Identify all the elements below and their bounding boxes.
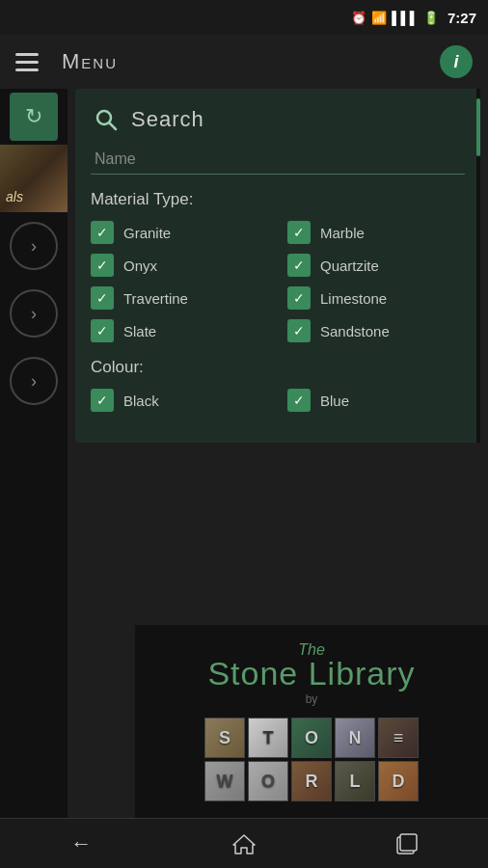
checkbox-granite[interactable]: ✓ Granite xyxy=(91,221,268,244)
sidebar-image-label: als xyxy=(6,189,23,204)
arrow-icon-2: › xyxy=(31,304,37,324)
home-button[interactable] xyxy=(215,827,273,861)
alarm-icon: ⏰ xyxy=(351,11,366,25)
checkbox-quartzite-box[interactable]: ✓ xyxy=(287,254,311,277)
svg-line-1 xyxy=(109,122,116,129)
stone-tile-n: N xyxy=(335,718,375,758)
checkbox-quartzite-label: Quartzite xyxy=(320,258,379,274)
checkbox-limestone-box[interactable]: ✓ xyxy=(287,286,311,310)
colour-label: Colour: xyxy=(91,358,465,377)
check-icon: ✓ xyxy=(293,323,305,339)
tile-letter-s: S xyxy=(219,728,230,748)
page-title: Menu xyxy=(62,49,440,74)
checkbox-travertine[interactable]: ✓ Travertine xyxy=(91,286,268,310)
wifi-icon: 📶 xyxy=(371,11,387,25)
sidebar: ↻ als › › › xyxy=(0,89,68,818)
checkbox-black[interactable]: ✓ Black xyxy=(91,389,268,412)
checkbox-sandstone-label: Sandstone xyxy=(320,323,390,339)
tile-letter-n: N xyxy=(349,728,362,748)
checkbox-onyx-label: Onyx xyxy=(123,258,157,274)
scroll-thumb xyxy=(476,98,480,156)
top-bar: Menu i xyxy=(0,35,488,89)
check-icon: ✓ xyxy=(96,323,108,339)
tile-letter-d: D xyxy=(393,772,405,792)
name-input[interactable] xyxy=(91,147,465,175)
status-time: 7:27 xyxy=(447,10,476,26)
stone-tiles-grid: S T O N ≡ W O xyxy=(204,718,419,801)
sidebar-nav-1[interactable]: › xyxy=(10,222,58,270)
colour-grid: ✓ Black ✓ Blue xyxy=(91,389,465,412)
svg-rect-4 xyxy=(400,834,417,851)
search-panel: Search Material Type: ✓ Granite ✓ Marble xyxy=(75,89,480,443)
material-type-grid: ✓ Granite ✓ Marble ✓ Onyx xyxy=(91,221,465,342)
check-icon: ✓ xyxy=(293,290,305,306)
checkbox-black-box[interactable]: ✓ xyxy=(91,389,114,412)
sidebar-image[interactable]: als xyxy=(0,145,68,212)
stone-tile-r: R xyxy=(291,761,332,801)
check-icon: ✓ xyxy=(96,290,108,306)
check-icon: ✓ xyxy=(293,225,305,240)
hamburger-line xyxy=(15,68,39,71)
back-icon: ← xyxy=(70,831,92,856)
branding-area: The Stone Library by S T O N ≡ xyxy=(135,625,488,818)
menu-button[interactable] xyxy=(15,44,50,79)
tile-letter-o2: O xyxy=(261,772,275,792)
checkbox-marble[interactable]: ✓ Marble xyxy=(287,221,465,244)
info-button[interactable]: i xyxy=(440,45,473,78)
checkbox-limestone-label: Limestone xyxy=(320,290,387,307)
home-icon xyxy=(231,831,257,856)
search-icon xyxy=(94,107,119,132)
tile-letter-o1: O xyxy=(305,728,318,748)
main-layout: ↻ als › › › Search xyxy=(0,89,488,818)
checkbox-travertine-box[interactable]: ✓ xyxy=(91,286,114,310)
material-type-label: Material Type: xyxy=(91,190,465,209)
tile-letter-r: R xyxy=(306,772,318,792)
arrow-icon-1: › xyxy=(31,236,37,257)
battery-icon: 🔋 xyxy=(423,11,439,25)
status-icons: ⏰ 📶 ▌▌▌ 🔋 7:27 xyxy=(351,10,476,26)
checkbox-onyx[interactable]: ✓ Onyx xyxy=(91,254,268,277)
sidebar-nav-2[interactable]: › xyxy=(10,289,58,338)
checkbox-marble-box[interactable]: ✓ xyxy=(287,221,311,244)
checkbox-slate[interactable]: ✓ Slate xyxy=(91,319,268,342)
checkbox-blue[interactable]: ✓ Blue xyxy=(287,389,465,412)
status-bar: ⏰ 📶 ▌▌▌ 🔋 7:27 xyxy=(0,0,488,35)
arrow-icon-3: › xyxy=(31,371,37,392)
refresh-icon: ↻ xyxy=(25,104,42,129)
checkbox-onyx-box[interactable]: ✓ xyxy=(91,254,114,277)
checkbox-granite-label: Granite xyxy=(123,225,171,241)
back-button[interactable]: ← xyxy=(52,827,110,861)
checkbox-blue-box[interactable]: ✓ xyxy=(287,389,311,412)
signal-icon: ▌▌▌ xyxy=(392,11,419,25)
stone-tile-d: D xyxy=(378,761,419,801)
tile-letter-t: T xyxy=(263,728,274,748)
check-icon: ✓ xyxy=(96,393,108,408)
stone-tile-w: W xyxy=(204,761,245,801)
checkbox-sandstone[interactable]: ✓ Sandstone xyxy=(287,319,465,342)
stone-tile-o2: O xyxy=(248,761,288,801)
info-icon: i xyxy=(453,52,458,72)
hamburger-line xyxy=(15,53,39,56)
refresh-button[interactable]: ↻ xyxy=(10,93,58,141)
svg-marker-2 xyxy=(233,835,255,854)
check-icon: ✓ xyxy=(96,258,108,273)
checkbox-slate-label: Slate xyxy=(123,323,156,339)
checkbox-slate-box[interactable]: ✓ xyxy=(91,319,114,342)
stone-tile-l: L xyxy=(335,761,375,801)
tile-letter-eq: ≡ xyxy=(393,728,404,748)
branding-by: by xyxy=(306,692,318,706)
checkbox-blue-label: Blue xyxy=(320,393,349,409)
check-icon: ✓ xyxy=(293,258,305,273)
sidebar-nav-3[interactable]: › xyxy=(10,357,58,405)
checkbox-granite-box[interactable]: ✓ xyxy=(91,221,114,244)
recents-button[interactable] xyxy=(378,827,436,861)
scroll-indicator xyxy=(476,89,480,443)
stone-tile-o1: O xyxy=(291,718,332,758)
bottom-nav: ← xyxy=(0,818,488,868)
checkbox-limestone[interactable]: ✓ Limestone xyxy=(287,286,465,310)
checkbox-quartzite[interactable]: ✓ Quartzite xyxy=(287,254,465,277)
recents-icon xyxy=(394,831,420,856)
content-area: Search Material Type: ✓ Granite ✓ Marble xyxy=(68,89,488,818)
checkbox-sandstone-box[interactable]: ✓ xyxy=(287,319,311,342)
checkbox-travertine-label: Travertine xyxy=(123,290,188,307)
